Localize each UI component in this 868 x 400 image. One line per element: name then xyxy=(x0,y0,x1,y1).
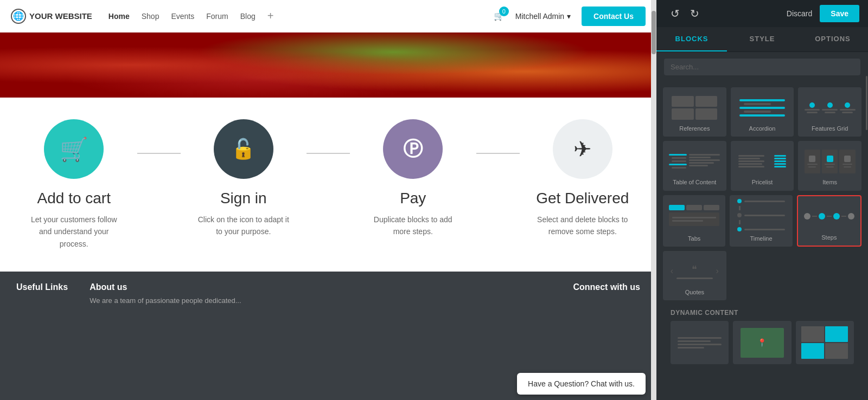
nav-right-section: 🛒 0 Mitchell Admin ▾ Contact Us xyxy=(494,7,646,26)
panel-scrollbar[interactable] xyxy=(865,76,868,390)
step-1-title: Add to cart xyxy=(37,190,111,207)
toc-label: Table of Content xyxy=(673,178,716,186)
steps-block[interactable]: Steps xyxy=(797,195,861,247)
references-thumb xyxy=(666,93,723,122)
panel-toolbar: ↺ ↻ Discard Save xyxy=(656,0,868,27)
nav-blog[interactable]: Blog xyxy=(240,12,256,21)
step-3-desc: Duplicate blocks to add more steps. xyxy=(364,214,462,238)
dynamic-text-block[interactable] xyxy=(671,321,729,364)
step-connector-2 xyxy=(307,153,350,154)
timeline-label: Timeline xyxy=(750,235,772,242)
footer-about-title: About us xyxy=(90,282,241,292)
nav-shop[interactable]: Shop xyxy=(142,12,159,21)
hero-image xyxy=(0,33,656,98)
pricelist-thumb xyxy=(734,146,791,176)
footer-about-desc: We are a team of passionate people dedic… xyxy=(90,296,241,305)
features-thumb xyxy=(801,93,858,122)
step-1-desc: Let your customers follow and understand… xyxy=(25,214,123,250)
items-label: Items xyxy=(822,178,837,186)
footer-grid: Useful Links About us We are a team of p… xyxy=(16,282,640,305)
toc-thumb xyxy=(666,146,723,176)
tab-blocks[interactable]: BLOCKS xyxy=(656,27,727,51)
step-connector-1 xyxy=(137,153,181,154)
pricelist-label: Pricelist xyxy=(752,178,773,186)
tab-style[interactable]: STYLE xyxy=(727,27,797,51)
nav-home[interactable]: Home xyxy=(108,12,130,21)
step-4-desc: Select and delete blocks to remove some … xyxy=(534,214,631,238)
dynamic-map-block[interactable]: 📍 xyxy=(733,321,791,364)
references-block[interactable]: References xyxy=(663,87,726,137)
panel-search xyxy=(656,52,868,82)
site-logo[interactable]: 🌐 YOUR WEBSITE xyxy=(11,9,92,24)
step-3-title: Pay xyxy=(400,190,426,207)
nav-links: Home Shop Events Forum Blog + xyxy=(108,10,494,22)
tabs-thumb xyxy=(666,201,722,230)
tabs-label: Tabs xyxy=(688,235,700,242)
page-scrollbar[interactable] xyxy=(651,0,656,400)
accordion-label: Accordion xyxy=(749,125,776,132)
items-block[interactable]: Items xyxy=(798,141,861,190)
chat-widget[interactable]: Have a Question? Chat with us. xyxy=(517,373,646,395)
globe-icon: 🌐 xyxy=(11,9,26,24)
step-2-icon: 🔓 xyxy=(214,119,273,179)
step-4-title: Get Delivered xyxy=(536,190,629,207)
chat-text: Have a Question? Chat with us. xyxy=(528,379,635,388)
admin-dropdown[interactable]: Mitchell Admin ▾ xyxy=(515,12,571,21)
nav-events[interactable]: Events xyxy=(171,12,194,21)
discard-button[interactable]: Discard xyxy=(779,6,820,21)
save-button[interactable]: Save xyxy=(820,5,859,22)
panel-scrollbar-thumb[interactable] xyxy=(866,76,867,130)
steps-thumb xyxy=(801,202,857,231)
tab-options[interactable]: OPTIONS xyxy=(797,27,868,51)
right-panel: ↺ ↻ Discard Save BLOCKS STYLE OPTIONS xyxy=(656,0,868,400)
items-thumb xyxy=(801,146,858,176)
contact-us-button[interactable]: Contact Us xyxy=(582,7,646,26)
panel-tabs: BLOCKS STYLE OPTIONS xyxy=(656,27,868,52)
footer-col-connect: Connect with us xyxy=(573,282,640,305)
dynamic-content-label: Dynamic Content xyxy=(671,309,854,317)
navigation: 🌐 YOUR WEBSITE Home Shop Events Forum Bl… xyxy=(0,0,656,33)
step-connector-3 xyxy=(476,153,520,154)
nav-forum[interactable]: Forum xyxy=(206,12,228,21)
hero-image-inner xyxy=(0,33,656,98)
features-grid-block[interactable]: Features Grid xyxy=(798,87,861,137)
step-add-to-cart: 🛒 Add to cart Let your customers follow … xyxy=(11,119,137,250)
nav-add-button[interactable]: + xyxy=(267,10,274,22)
dynamic-blocks-row: 📍 xyxy=(671,321,854,364)
footer-connect-title: Connect with us xyxy=(573,282,640,292)
references-label: References xyxy=(679,125,710,132)
redo-button[interactable]: ↻ xyxy=(685,4,704,23)
table-of-content-block[interactable]: Table of Content xyxy=(663,141,726,190)
undo-button[interactable]: ↺ xyxy=(665,4,685,23)
tabs-block[interactable]: Tabs xyxy=(663,195,725,247)
timeline-thumb xyxy=(733,201,789,230)
step-1-icon: 🛒 xyxy=(44,119,104,179)
blocks-row-3: Tabs xyxy=(663,195,861,247)
accordion-thumb xyxy=(734,93,791,122)
step-2-title: Sign in xyxy=(220,190,267,207)
scrollbar-thumb[interactable] xyxy=(652,11,656,54)
cart-icon[interactable]: 🛒 0 xyxy=(494,11,505,21)
blocks-search-input[interactable] xyxy=(664,59,860,75)
features-grid-label: Features Grid xyxy=(812,125,848,132)
footer-col-links: Useful Links xyxy=(16,282,68,305)
quotes-block[interactable]: ‹ ❝ › Quotes xyxy=(663,251,726,300)
pricelist-block[interactable]: Pricelist xyxy=(731,141,794,190)
step-delivered: ✈ Get Delivered Select and delete blocks… xyxy=(520,119,646,238)
dynamic-gallery-block[interactable] xyxy=(796,321,854,364)
step-4-icon: ✈ xyxy=(553,119,612,179)
step-3-icon: Ⓟ xyxy=(383,119,443,179)
footer-useful-links-title: Useful Links xyxy=(16,282,68,292)
accordion-block[interactable]: Accordion xyxy=(731,87,794,137)
step-sign-in: 🔓 Sign in Click on the icon to adapt it … xyxy=(181,119,307,238)
steps-section: 🛒 Add to cart Let your customers follow … xyxy=(0,98,656,272)
blocks-row-2: Table of Content Pricelist xyxy=(663,141,861,190)
steps-label: Steps xyxy=(821,234,837,241)
footer-col-about: About us We are a team of passionate peo… xyxy=(90,282,241,305)
blocks-row-1: References Accordion xyxy=(663,87,861,137)
step-2-desc: Click on the icon to adapt it to your pu… xyxy=(195,214,292,238)
cart-badge: 0 xyxy=(499,7,509,16)
timeline-block[interactable]: Timeline xyxy=(730,195,792,247)
quotes-label: Quotes xyxy=(685,288,704,296)
blocks-grid: References Accordion xyxy=(656,82,868,400)
